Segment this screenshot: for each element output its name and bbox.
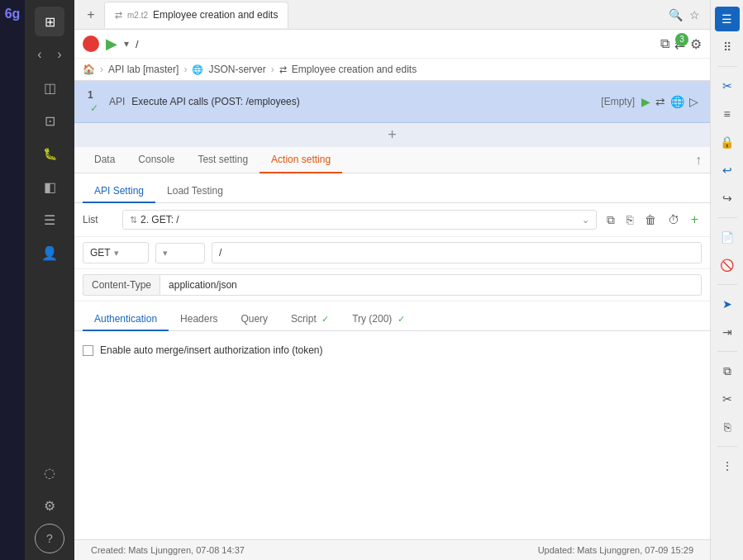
sidebar-icon-database[interactable]: ◧ bbox=[35, 172, 64, 202]
sidebar-icon-layers[interactable]: ◫ bbox=[35, 73, 64, 102]
search-button[interactable]: 🔍 bbox=[669, 8, 683, 21]
right-cut-icon[interactable]: ✂ bbox=[715, 387, 740, 411]
left-sidebar: ⊞ ‹ › ◫ ⊡ 🐛 ◧ ☰ 👤 ◌ ⚙ ? bbox=[25, 0, 74, 560]
right-divider-2 bbox=[717, 217, 737, 218]
sidebar-icon-circle[interactable]: ◌ bbox=[35, 458, 64, 487]
right-block-icon[interactable]: 🚫 bbox=[715, 253, 740, 278]
sync-icon-container: ⇄ 3 bbox=[674, 36, 685, 52]
sidebar-icon-list[interactable]: ☰ bbox=[35, 205, 64, 235]
right-doc-red-icon[interactable]: 📄 bbox=[715, 225, 740, 249]
star-button[interactable]: ☆ bbox=[689, 8, 700, 21]
method-row: GET ▾ ▾ bbox=[74, 237, 710, 269]
auth-checkbox[interactable] bbox=[83, 345, 93, 356]
subtab-load-testing[interactable]: Load Testing bbox=[155, 180, 235, 203]
content-type-label: Content-Type bbox=[83, 274, 160, 296]
auth-tab-headers[interactable]: Headers bbox=[169, 308, 229, 331]
right-align-icon[interactable]: ≡ bbox=[715, 102, 740, 126]
list-add-button[interactable]: + bbox=[688, 211, 702, 229]
row-play-button[interactable]: ▶ bbox=[641, 95, 650, 108]
sidebar-icon-bug[interactable]: 🐛 bbox=[35, 139, 64, 168]
auth-tab-authentication[interactable]: Authentication bbox=[83, 308, 169, 331]
api-row: 1 ✓ API Execute API calls (POST: /employ… bbox=[83, 84, 702, 119]
sidebar-icon-back[interactable]: ‹ bbox=[31, 40, 49, 69]
url-bar-icons: ⧉ ⇄ 3 ⚙ bbox=[660, 36, 702, 52]
add-row: + bbox=[74, 123, 710, 147]
auth-tab-script[interactable]: Script ✓ bbox=[279, 308, 341, 331]
list-label: List bbox=[83, 214, 116, 225]
breadcrumb-json-server[interactable]: JSON-server bbox=[208, 64, 265, 75]
new-tab-button[interactable]: + bbox=[81, 5, 101, 25]
play-button[interactable]: ▶ bbox=[106, 35, 117, 53]
sidebar-icon-apps[interactable]: ⊡ bbox=[35, 106, 64, 135]
auth-tab-query[interactable]: Query bbox=[229, 308, 279, 331]
try-check-icon: ✓ bbox=[398, 314, 405, 324]
row-globe-button[interactable]: 🌐 bbox=[670, 95, 684, 108]
breadcrumb: 🏠 › API lab [master] › 🌐 JSON-server › ⇄… bbox=[74, 58, 710, 80]
right-merge-icon[interactable]: ⇥ bbox=[715, 320, 740, 344]
play-dropdown-button[interactable]: ▾ bbox=[124, 38, 129, 50]
row-arrow-button[interactable]: ▷ bbox=[689, 95, 698, 108]
top-bar: + ⇄ m2.t2 Employee creation and edits 🔍 … bbox=[74, 0, 710, 81]
copy-url-button[interactable]: ⧉ bbox=[660, 36, 669, 51]
auth-tab-try[interactable]: Try (200) ✓ bbox=[341, 308, 417, 331]
footer-created: Created: Mats Ljunggren, 07-08 14:37 bbox=[91, 545, 245, 555]
breadcrumb-icon: 🌐 bbox=[192, 64, 203, 75]
subtab-api-setting[interactable]: API Setting bbox=[83, 180, 155, 203]
sync-badge: 3 bbox=[675, 33, 688, 46]
checkbox-area: Enable auto merge/insert authorization i… bbox=[74, 331, 710, 369]
tab-data[interactable]: Data bbox=[83, 147, 126, 173]
right-lock-icon[interactable]: 🔒 bbox=[715, 130, 740, 154]
sidebar-icon-forward[interactable]: › bbox=[50, 40, 69, 69]
right-dots-grid-icon[interactable]: ⠿ bbox=[715, 35, 740, 59]
right-undo-icon[interactable]: ↩ bbox=[715, 158, 740, 183]
api-description: Execute API calls (POST: /employees) bbox=[131, 96, 594, 107]
tab-tag: m2.t2 bbox=[127, 11, 148, 20]
tab-test-setting[interactable]: Test setting bbox=[186, 147, 260, 173]
list-timer-button[interactable]: ⏱ bbox=[664, 211, 683, 229]
row-number: 1 bbox=[88, 89, 101, 101]
api-row-container: 1 ✓ API Execute API calls (POST: /employ… bbox=[74, 81, 710, 123]
url-path-input[interactable] bbox=[212, 242, 702, 263]
sidebar-icon-help[interactable]: ? bbox=[35, 524, 64, 553]
method-subselect[interactable]: ▾ bbox=[155, 243, 205, 263]
method-sub-arrow-icon: ▾ bbox=[163, 248, 168, 259]
right-list-view-icon[interactable]: ☰ bbox=[715, 7, 740, 31]
url-input[interactable] bbox=[136, 38, 654, 50]
footer-updated: Updated: Mats Ljunggren, 07-09 15:29 bbox=[538, 545, 693, 555]
home-icon: 🏠 bbox=[83, 64, 95, 75]
right-more-icon[interactable]: ⋮ bbox=[715, 453, 740, 478]
tab-employee-creation[interactable]: ⇄ m2.t2 Employee creation and edits bbox=[104, 2, 288, 28]
breadcrumb-api-lab[interactable]: API lab [master] bbox=[108, 64, 179, 75]
right-paste-icon[interactable]: ⎘ bbox=[715, 415, 740, 439]
right-divider-4 bbox=[717, 351, 737, 352]
list-sort-icon: ⇅ bbox=[130, 215, 137, 225]
tab-action-setting[interactable]: Action setting bbox=[260, 147, 342, 173]
list-actions: ⧉ ⎘ 🗑 ⏱ + bbox=[603, 211, 702, 229]
sidebar-icon-settings[interactable]: ⚙ bbox=[35, 491, 64, 520]
auth-checkbox-label: Enable auto merge/insert authorization i… bbox=[100, 344, 323, 356]
brand-logo: 6g bbox=[5, 7, 21, 21]
list-select[interactable]: ⇅ 2. GET: / ⌄ bbox=[122, 210, 597, 230]
add-row-button[interactable]: + bbox=[388, 126, 397, 144]
list-dropdown-icon: ⌄ bbox=[582, 215, 589, 225]
right-arrow-right-icon[interactable]: ➤ bbox=[715, 292, 740, 316]
tab-title: Employee creation and edits bbox=[153, 9, 278, 21]
list-delete-button[interactable]: 🗑 bbox=[641, 211, 660, 229]
tab-console[interactable]: Console bbox=[126, 147, 186, 173]
method-select[interactable]: GET ▾ bbox=[83, 242, 149, 263]
list-copy-button[interactable]: ⧉ bbox=[603, 211, 618, 229]
api-tag: API bbox=[109, 96, 125, 107]
check-icon: ✓ bbox=[90, 102, 98, 114]
right-scissors-icon[interactable]: ✂ bbox=[715, 74, 740, 98]
sidebar-icon-grid[interactable]: ⊞ bbox=[35, 7, 64, 36]
upload-button[interactable]: ↑ bbox=[695, 153, 702, 168]
panel-tabs: Data Console Test setting Action setting… bbox=[74, 147, 710, 173]
row-sync-button[interactable]: ⇄ bbox=[655, 95, 665, 108]
right-redo-icon[interactable]: ↪ bbox=[715, 186, 740, 211]
stop-button[interactable] bbox=[83, 36, 99, 52]
settings-button[interactable]: ⚙ bbox=[690, 36, 702, 52]
method-arrow-icon: ▾ bbox=[114, 248, 119, 259]
sidebar-icon-users[interactable]: 👤 bbox=[35, 238, 64, 268]
right-copy-icon[interactable]: ⧉ bbox=[715, 358, 740, 383]
list-paste-button[interactable]: ⎘ bbox=[623, 211, 636, 229]
